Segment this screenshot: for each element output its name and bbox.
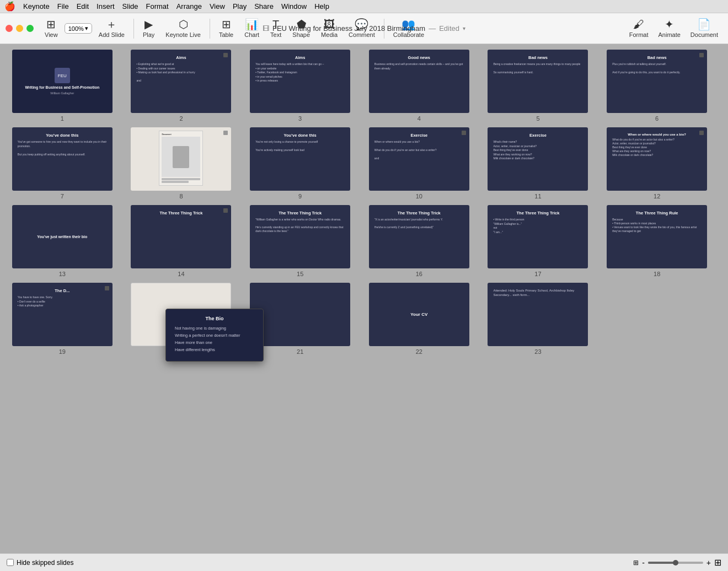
animate-label: Animate: [659, 31, 681, 38]
slide-thumb-7[interactable]: You've done this You've got someone to h…: [12, 127, 113, 191]
slide-thumb-2[interactable]: Aims • Exploiting what we're good at• De…: [131, 50, 231, 113]
slide-container-1: FEU Writing for Business and Self-Promot…: [6, 50, 119, 122]
slide-num-6: 6: [655, 115, 659, 122]
keynote-file-icon: 🎞: [263, 25, 269, 33]
grid-view-icon-small[interactable]: ⊞: [633, 559, 639, 567]
slide-thumb-6[interactable]: Bad news Plus you're rubbish at talking …: [607, 50, 707, 113]
play-icon: ▶: [144, 19, 153, 30]
slide-num-11: 11: [534, 193, 541, 200]
slide-panel: FEU Writing for Business and Self-Promot…: [0, 44, 728, 553]
hide-skipped-checkbox[interactable]: [7, 559, 14, 566]
chart-icon: 📊: [245, 19, 259, 30]
menu-file[interactable]: File: [57, 2, 69, 10]
menu-insert[interactable]: Insert: [97, 2, 115, 10]
bio-popup: The Bio Not having one is damaging Writi…: [165, 309, 264, 362]
slide-thumb-9[interactable]: You've done this You're not only losing …: [250, 127, 350, 191]
slide-container-4: Good news Business writing and self-prom…: [362, 50, 476, 122]
toolbar: ⊞ View 100% ▾ ＋ Add Slide ▶ Play ⬡ Keyno…: [0, 13, 728, 44]
format-button[interactable]: 🖌 Format: [625, 17, 653, 40]
add-slide-icon: ＋: [106, 19, 117, 30]
maximize-button[interactable]: [26, 25, 34, 32]
grid-view-icon-large[interactable]: ⊞: [714, 557, 721, 568]
zoom-plus-icon[interactable]: +: [706, 558, 711, 567]
view-button[interactable]: ⊞ View: [40, 17, 62, 40]
menu-keynote[interactable]: Keynote: [23, 2, 50, 10]
format-label: Format: [629, 31, 649, 38]
slide-container-19: The D... You have to have one. Sorry.• D…: [6, 283, 119, 355]
slide-num-19: 19: [59, 348, 66, 355]
slide-container-10: Exercise When or where would you use a b…: [362, 127, 476, 200]
chart-button[interactable]: 📊 Chart: [240, 17, 264, 40]
slide-container-3: Aims You will leave here today with a wr…: [243, 50, 357, 122]
slide-thumb-15[interactable]: The Three Thing Trick "William Gallagher…: [250, 205, 350, 268]
play-button[interactable]: ▶ Play: [138, 17, 159, 40]
document-button[interactable]: 📄 Document: [686, 17, 722, 40]
add-slide-button[interactable]: ＋ Add Slide: [94, 17, 129, 40]
slide-num-3: 3: [298, 115, 302, 122]
apple-menu[interactable]: 🍎: [4, 1, 15, 12]
slide-thumb-13[interactable]: You've just written their bio: [12, 205, 113, 268]
slide-container-17: The Three Thing Trick • Write in the thi…: [481, 205, 595, 277]
menu-share[interactable]: Share: [254, 2, 274, 10]
slide-num-16: 16: [416, 271, 422, 277]
slide-thumb-22[interactable]: Your CV: [369, 283, 469, 346]
slide-grid-scroller[interactable]: FEU Writing for Business and Self-Promot…: [0, 44, 719, 553]
slide-container-6: Bad news Plus you're rubbish at talking …: [600, 50, 714, 122]
hide-skipped-label[interactable]: Hide skipped slides: [7, 559, 73, 567]
menu-edit[interactable]: Edit: [77, 2, 89, 10]
slide-thumb-5[interactable]: Bad news Being a creative freelancer mea…: [488, 50, 588, 113]
slide-thumb-1[interactable]: FEU Writing for Business and Self-Promot…: [12, 50, 113, 113]
menu-slide[interactable]: Slide: [122, 2, 138, 10]
slide-thumb-11[interactable]: Exercise What's their name?Actor, writer…: [488, 127, 588, 191]
menu-format[interactable]: Format: [146, 2, 169, 10]
slide-thumb-14[interactable]: The Three Thing Trick: [131, 205, 231, 268]
slide-container-14: The Three Thing Trick 14: [125, 205, 238, 277]
slide-grid: FEU Writing for Business and Self-Promot…: [6, 50, 714, 355]
chart-label: Chart: [244, 31, 259, 38]
document-status: Edited: [439, 24, 459, 33]
table-icon: ⊞: [222, 19, 231, 30]
menu-help[interactable]: Help: [314, 2, 329, 10]
zoom-chevron-icon: ▾: [85, 25, 88, 32]
popup-item-4: Have different lengths: [175, 347, 254, 352]
popup-box: The Bio Not having one is damaging Writi…: [165, 309, 264, 362]
menu-view[interactable]: View: [210, 2, 225, 10]
table-button[interactable]: ⊞ Table: [215, 17, 238, 40]
slide-thumb-4[interactable]: Good news Business writing and self-prom…: [369, 50, 469, 113]
play-label: Play: [143, 31, 154, 38]
document-label: Document: [690, 31, 718, 38]
slide-num-22: 22: [416, 348, 422, 355]
menu-play[interactable]: Play: [233, 2, 247, 10]
close-button[interactable]: [6, 25, 13, 32]
right-scrollbar[interactable]: [719, 44, 728, 553]
popup-title: The Bio: [175, 316, 254, 321]
slide-thumb-18[interactable]: The Three Thing Rule Because• Third-pers…: [607, 205, 707, 268]
bottom-bar: Hide skipped slides ⊞ - + ⊞: [0, 553, 728, 571]
keynote-live-button[interactable]: ⬡ Keynote Live: [161, 17, 205, 40]
slide-thumb-17[interactable]: The Three Thing Trick • Write in the thi…: [488, 205, 588, 268]
animate-button[interactable]: ✦ Animate: [654, 17, 685, 40]
slide-thumb-19[interactable]: The D... You have to have one. Sorry.• D…: [12, 283, 113, 346]
document-icon: 📄: [697, 19, 711, 30]
slide-thumb-21[interactable]: [250, 283, 350, 346]
menu-window[interactable]: Window: [281, 2, 307, 10]
slide-container-15: The Three Thing Trick "William Gallagher…: [243, 205, 357, 277]
slide-container-9: You've done this You're not only losing …: [243, 127, 357, 200]
status-dropdown-icon[interactable]: ▾: [463, 25, 465, 31]
hide-skipped-text: Hide skipped slides: [17, 559, 73, 567]
traffic-lights: [6, 25, 34, 32]
zoom-control[interactable]: 100% ▾: [65, 23, 92, 34]
zoom-minus-icon[interactable]: -: [642, 558, 645, 567]
menu-arrange[interactable]: Arrange: [176, 2, 202, 10]
minimize-button[interactable]: [16, 25, 23, 32]
slide-thumb-23[interactable]: Attended: Holy Souls Primary School, Arc…: [488, 283, 588, 346]
separator-2: [210, 19, 210, 39]
document-title-area: 🎞 FEU Writing for Business July 2018 Bir…: [263, 24, 465, 33]
slide-container-11: Exercise What's their name?Actor, writer…: [481, 127, 595, 200]
slide-thumb-8[interactable]: Document: [131, 127, 231, 191]
slide-thumb-16[interactable]: The Three Thing Trick "X is an actor/wri…: [369, 205, 469, 268]
slide-thumb-10[interactable]: Exercise When or where would you use a b…: [369, 127, 469, 191]
slide-thumb-12[interactable]: When or where would you use a bio? What …: [607, 127, 707, 191]
zoom-slider-track[interactable]: [648, 562, 703, 564]
slide-thumb-3[interactable]: Aims You will leave here today with a wr…: [250, 50, 350, 113]
